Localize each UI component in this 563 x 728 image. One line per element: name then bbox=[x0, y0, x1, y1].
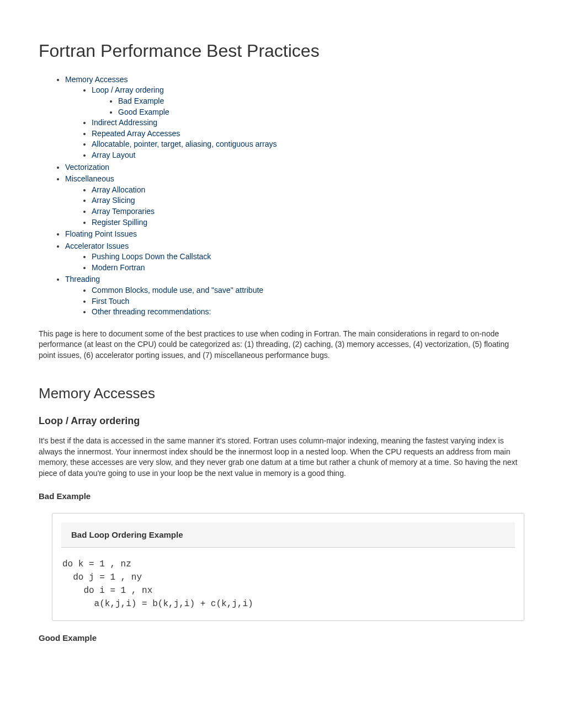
toc-first-touch[interactable]: First Touch bbox=[92, 297, 129, 306]
toc-allocatable-pointer[interactable]: Allocatable, pointer, target, aliasing, … bbox=[92, 140, 277, 148]
toc-accelerator-issues[interactable]: Accelerator Issues bbox=[65, 242, 129, 250]
toc-indirect-addressing[interactable]: Indirect Addressing bbox=[92, 118, 157, 127]
section-good-example: Good Example bbox=[39, 632, 524, 644]
toc-array-slicing[interactable]: Array Slicing bbox=[92, 196, 135, 205]
toc-repeated-array-accesses[interactable]: Repeated Array Accesses bbox=[92, 129, 180, 138]
code-panel-title: Bad Loop Ordering Example bbox=[61, 522, 515, 548]
toc-modern-fortran[interactable]: Modern Fortran bbox=[92, 263, 145, 272]
loop-array-ordering-body: It's best if the data is accessed in the… bbox=[39, 436, 524, 479]
section-loop-array-ordering: Loop / Array ordering bbox=[39, 414, 524, 428]
table-of-contents: Memory Accesses Loop / Array ordering Ba… bbox=[39, 74, 524, 318]
code-panel-bad: Bad Loop Ordering Example do k = 1 , nz … bbox=[52, 513, 524, 621]
toc-pushing-loops[interactable]: Pushing Loops Down the Callstack bbox=[92, 252, 211, 261]
page-title: Fortran Performance Best Practices bbox=[39, 39, 524, 63]
toc-other-threading[interactable]: Other threading recommendations: bbox=[92, 307, 211, 316]
toc-memory-accesses[interactable]: Memory Accesses bbox=[65, 75, 128, 84]
toc-bad-example[interactable]: Bad Example bbox=[118, 97, 164, 105]
intro-paragraph: This page is here to document some of th… bbox=[39, 329, 524, 361]
section-bad-example: Bad Example bbox=[39, 490, 524, 502]
toc-array-allocation[interactable]: Array Allocation bbox=[92, 185, 145, 194]
code-block-bad: do k = 1 , nz do j = 1 , ny do i = 1 , n… bbox=[62, 558, 514, 611]
toc-array-temporaries[interactable]: Array Temporaries bbox=[92, 207, 155, 216]
toc-threading[interactable]: Threading bbox=[65, 275, 100, 283]
toc-common-blocks[interactable]: Common Blocks, module use, and "save" at… bbox=[92, 286, 263, 295]
toc-good-example[interactable]: Good Example bbox=[118, 108, 169, 116]
toc-array-layout[interactable]: Array Layout bbox=[92, 151, 135, 159]
toc-loop-array-ordering[interactable]: Loop / Array ordering bbox=[92, 85, 164, 94]
toc-floating-point-issues[interactable]: Floating Point Issues bbox=[65, 229, 137, 238]
section-memory-accesses: Memory Accesses bbox=[39, 383, 524, 403]
toc-miscellaneous[interactable]: Miscellaneous bbox=[65, 174, 114, 183]
toc-vectorization[interactable]: Vectorization bbox=[65, 163, 109, 172]
toc-register-spilling[interactable]: Register Spilling bbox=[92, 218, 147, 227]
